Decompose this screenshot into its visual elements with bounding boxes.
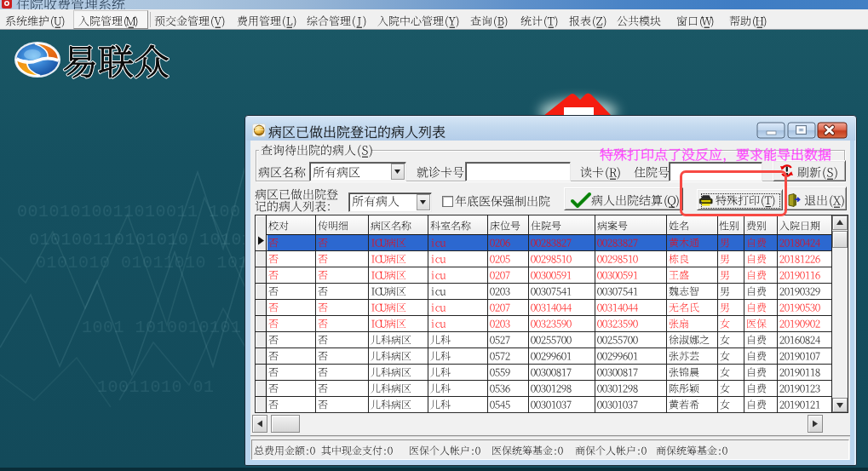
svg-text:010100110101010 10101: 010100110101010 10101 [29,230,253,250]
svg-text:00101010011010011 100: 00101010011010011 100 [17,202,241,221]
svg-text:10011010 01: 10011010 01 [97,377,215,397]
svg-text:0101010 01011010 101: 0101010 01011010 101 [36,253,249,273]
svg-text:1001 1010010101: 1001 1010010101 [82,318,242,337]
